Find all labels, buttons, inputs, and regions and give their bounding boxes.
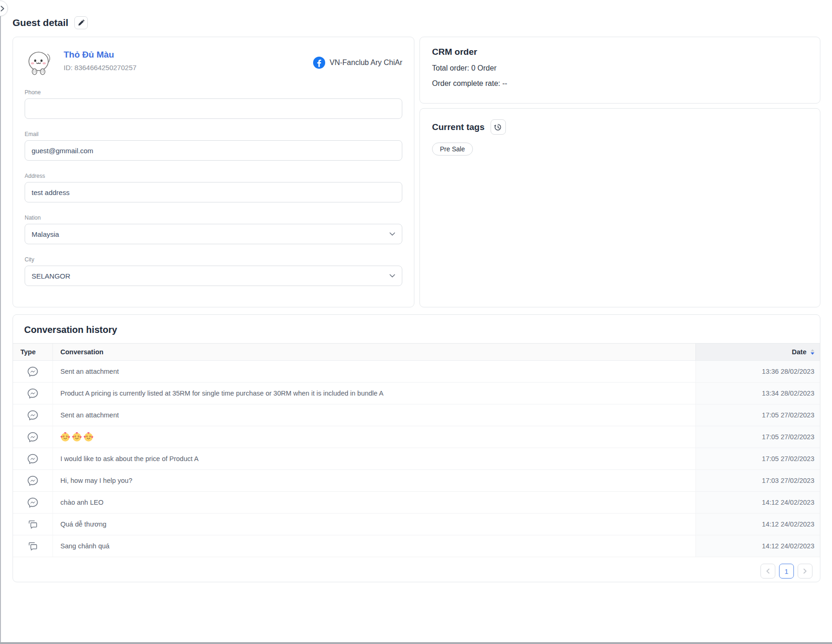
pencil-icon [78,20,85,26]
nation-field-group: Nation Malaysia [25,215,402,244]
conversation-text: Sang chảnh quá [53,535,695,557]
city-label: City [25,256,402,263]
history-icon [494,123,502,131]
messenger-icon [26,453,39,465]
messenger-icon [26,475,39,487]
page-title: Guest detail [13,17,68,28]
tag-history-button[interactable] [491,119,506,135]
email-input[interactable] [25,140,402,161]
address-field-group: Address [25,173,402,202]
conversation-text: chào anh LEO [53,492,695,513]
messenger-icon [26,409,39,422]
nation-value: Malaysia [32,230,59,238]
chevron-down-icon [389,232,395,236]
conversation-date: 17:05 27/02/2023 [695,426,820,448]
type-cell [13,361,53,382]
table-row: I would like to ask about the price of P… [13,448,820,470]
conversation-date: 17:05 27/02/2023 [695,448,820,469]
caret-up-icon [811,349,814,351]
type-cell [13,404,53,426]
type-cell [13,383,53,404]
conversation-date: 17:05 27/02/2023 [695,404,820,426]
conversation-date: 13:36 28/02/2023 [695,361,820,382]
column-header-type: Type [13,344,53,360]
channel-name: VN-Fanclub Ary ChiAr [330,59,403,67]
conversation-date: 13:34 28/02/2023 [695,383,820,404]
conversation-text: I would like to ask about the price of P… [53,448,695,469]
channel-badge: VN-Fanclub Ary ChiAr [313,57,403,69]
type-cell [13,426,53,448]
screen-bottom-edge [0,642,832,644]
avatar [25,48,53,77]
messenger-icon [26,365,39,378]
total-order-text: Total order: 0 Order [432,64,808,72]
city-field-group: City SELANGOR [25,256,402,286]
conversation-text: Product A pricing is currently listed at… [53,383,695,404]
order-complete-rate-text: Order complete rate: -- [432,79,808,88]
phone-input[interactable] [25,98,402,119]
conversation-date: 14:12 24/02/2023 [695,535,820,557]
table-row: Sent an attachment17:05 27/02/2023 [13,404,820,426]
guest-detail-drawer: Guest detail [0,0,832,644]
conversation-date: 14:12 24/02/2023 [695,492,820,513]
smiling-face-with-hearts-emoji [72,432,82,442]
phone-label: Phone [25,89,402,96]
current-tags-card: Current tags Pre Sale [419,108,820,307]
smiling-face-with-hearts-emoji [60,432,70,442]
comment-icon [27,540,39,552]
conversation-history-card: Conversation history Type Conversation D… [13,314,820,582]
table-row: Quá dễ thương14:12 24/02/2023 [13,514,820,535]
column-header-date-sort[interactable]: Date [695,344,820,360]
table-header: Type Conversation Date [13,343,820,361]
messenger-icon [26,496,39,509]
pagination-page-1[interactable]: 1 [779,564,794,579]
chevron-right-icon [803,568,807,574]
conversation-text: Hi, how may I help you? [53,470,695,491]
type-cell [13,492,53,513]
guest-info-card: Thỏ Đủ Màu ID: 8364664250270257 VN-Fancl… [13,37,414,307]
conversation-text [53,426,695,448]
crm-order-card: CRM order Total order: 0 Order Order com… [419,37,820,104]
phone-field-group: Phone [25,89,402,119]
conversation-text: Quá dễ thương [53,514,695,535]
type-cell [13,448,53,469]
date-header-label: Date [792,348,806,356]
conversation-date: 17:03 27/02/2023 [695,470,820,491]
chevron-right-icon [0,6,5,12]
conversation-table: Type Conversation Date Sent an attachmen… [13,343,820,557]
pagination: 1 [13,564,820,579]
edit-guest-button[interactable] [74,16,88,29]
pagination-prev-button[interactable] [760,564,775,579]
table-row: Sent an attachment13:36 28/02/2023 [13,361,820,383]
table-row: Hi, how may I help you?17:03 27/02/2023 [13,470,820,492]
city-value: SELANGOR [32,272,70,280]
drawer-collapse-button[interactable] [0,0,8,16]
nation-label: Nation [25,215,402,221]
city-select[interactable]: SELANGOR [25,266,402,286]
nation-select[interactable]: Malaysia [25,224,402,244]
guest-id: ID: 8364664250270257 [64,64,137,72]
table-row: Product A pricing is currently listed at… [13,383,820,404]
messenger-icon [26,431,39,443]
chevron-down-icon [389,274,395,278]
sort-icon [811,349,814,355]
type-cell [13,470,53,491]
conversation-rows: Sent an attachment13:36 28/02/2023Produc… [13,361,820,557]
type-cell [13,535,53,557]
crm-order-title: CRM order [432,47,808,57]
table-row: Sang chảnh quá14:12 24/02/2023 [13,535,820,557]
tag-chip: Pre Sale [432,143,473,156]
table-row: chào anh LEO14:12 24/02/2023 [13,492,820,514]
email-label: Email [25,131,402,137]
facebook-icon [313,57,325,69]
conversation-text: Sent an attachment [53,404,695,426]
email-field-group: Email [25,131,402,161]
address-input[interactable] [25,182,402,202]
pagination-next-button[interactable] [798,564,812,579]
drawer-left-edge [0,16,1,644]
caret-down-icon [811,352,814,355]
conversation-date: 14:12 24/02/2023 [695,514,820,535]
current-tags-title: Current tags [432,122,485,132]
table-row: 17:05 27/02/2023 [13,426,820,448]
guest-name-link[interactable]: Thỏ Đủ Màu [64,50,137,60]
